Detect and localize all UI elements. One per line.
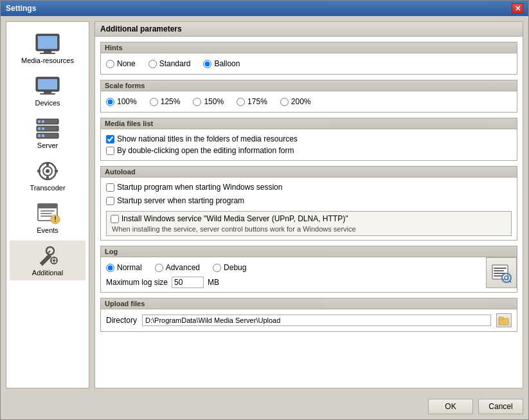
sidebar-item-transcoder[interactable]: Transcoder xyxy=(10,156,85,196)
scale-150-label: 150% xyxy=(204,97,224,106)
checkbox-startup-server[interactable]: Startup server when starting program xyxy=(106,195,512,206)
svg-rect-22 xyxy=(37,170,40,172)
checkbox-double-click-input[interactable] xyxy=(106,147,114,155)
media-files-list-body: Show national titles in the folders of m… xyxy=(101,129,517,160)
log-normal-radio[interactable] xyxy=(106,264,114,272)
main-header: Additional parameters xyxy=(95,22,523,37)
cancel-button[interactable]: Cancel xyxy=(478,399,523,414)
log-size-unit: MB xyxy=(208,278,219,287)
svg-point-19 xyxy=(46,169,49,173)
svg-rect-2 xyxy=(44,51,51,53)
svg-rect-21 xyxy=(46,176,49,179)
ok-button[interactable]: OK xyxy=(428,399,473,414)
main-content: Additional parameters Hints None xyxy=(94,21,523,388)
svg-rect-30 xyxy=(55,216,56,220)
checkbox-startup-program-input[interactable] xyxy=(106,183,114,192)
close-button[interactable]: ✕ xyxy=(512,3,523,14)
checkbox-national-titles-label: Show national titles in the folders of m… xyxy=(117,134,298,143)
events-icon xyxy=(35,202,60,225)
additional-icon xyxy=(35,244,60,268)
checkbox-install-service-input[interactable] xyxy=(111,215,119,223)
service-note: When installing the service, server cont… xyxy=(111,225,507,233)
hint-balloon-radio[interactable] xyxy=(203,60,211,68)
sidebar-item-server[interactable]: Server xyxy=(10,113,85,153)
checkbox-startup-server-input[interactable] xyxy=(106,197,114,205)
log-view-button[interactable] xyxy=(486,257,517,288)
scale-200[interactable]: 200% xyxy=(280,97,311,106)
sidebar-item-media-resources[interactable]: Media-resources xyxy=(10,28,85,68)
scale-150[interactable]: 150% xyxy=(193,97,224,106)
main-body: Hints None Standard xyxy=(95,37,523,388)
scale-100[interactable]: 100% xyxy=(106,97,137,106)
log-advanced[interactable]: Advanced xyxy=(155,263,200,272)
upload-dir-input[interactable] xyxy=(142,315,491,326)
browse-button[interactable] xyxy=(496,313,512,327)
window-body: Media-resources Devices xyxy=(1,16,528,394)
autoload-body: Startup program when starting Windows se… xyxy=(101,178,517,240)
svg-rect-26 xyxy=(40,210,55,212)
log-debug-radio[interactable] xyxy=(213,264,221,272)
svg-rect-3 xyxy=(40,53,55,54)
checkbox-double-click-label: By double-clicking open the editing info… xyxy=(117,146,294,155)
checkbox-startup-server-label: Startup server when starting program xyxy=(117,196,244,205)
log-size-input[interactable] xyxy=(172,277,204,288)
sidebar-item-events[interactable]: Events xyxy=(10,198,85,238)
scale-200-radio[interactable] xyxy=(280,98,289,106)
media-files-list-section: Media files list Show national titles in… xyxy=(100,118,517,161)
svg-rect-36 xyxy=(53,262,55,264)
log-debug-label: Debug xyxy=(224,263,246,272)
window-title: Settings xyxy=(6,4,36,13)
svg-rect-5 xyxy=(38,79,57,89)
scale-125-radio[interactable] xyxy=(150,98,158,106)
log-size-label: Maximum log size xyxy=(106,278,168,287)
svg-rect-41 xyxy=(494,270,504,271)
svg-rect-40 xyxy=(494,268,507,269)
scale-175-radio[interactable] xyxy=(237,98,245,106)
svg-rect-13 xyxy=(42,127,44,130)
service-box: Install Windows service "Wild Media Serv… xyxy=(106,211,512,236)
checkbox-startup-program[interactable]: Startup program when starting Windows se… xyxy=(106,181,512,193)
scale-100-radio[interactable] xyxy=(106,98,114,106)
upload-files-header: Upload files xyxy=(101,298,517,309)
settings-window: Settings ✕ Media-resources xyxy=(0,0,529,420)
log-advanced-radio[interactable] xyxy=(155,264,163,272)
hint-none-radio[interactable] xyxy=(106,60,114,68)
scale-150-radio[interactable] xyxy=(193,98,201,106)
checkbox-national-titles-input[interactable] xyxy=(106,135,114,143)
checkbox-startup-program-label: Startup program when starting Windows se… xyxy=(117,183,282,192)
hint-balloon[interactable]: Balloon xyxy=(203,59,240,68)
sidebar-item-devices[interactable]: Devices xyxy=(10,71,85,111)
svg-rect-35 xyxy=(53,257,55,259)
checkbox-double-click[interactable]: By double-clicking open the editing info… xyxy=(106,145,512,156)
hints-section: Hints None Standard xyxy=(100,42,517,75)
log-radio-row: Normal Advanced Debug xyxy=(106,261,478,274)
checkbox-national-titles[interactable]: Show national titles in the folders of m… xyxy=(106,133,512,145)
svg-rect-37 xyxy=(50,260,52,261)
log-advanced-label: Advanced xyxy=(166,263,200,272)
sidebar: Media-resources Devices xyxy=(6,21,89,388)
hint-balloon-label: Balloon xyxy=(214,59,240,68)
checkbox-install-service-label: Install Windows service "Wild Media Serv… xyxy=(121,214,348,223)
hint-standard[interactable]: Standard xyxy=(148,59,191,68)
scale-125-label: 125% xyxy=(161,97,181,106)
log-header: Log xyxy=(101,246,517,257)
svg-rect-1 xyxy=(38,36,57,49)
hint-none[interactable]: None xyxy=(106,59,136,68)
hint-none-label: None xyxy=(117,59,136,68)
sidebar-label-server: Server xyxy=(37,142,58,149)
svg-rect-39 xyxy=(492,265,508,279)
scale-125[interactable]: 125% xyxy=(150,97,181,106)
log-normal[interactable]: Normal xyxy=(106,263,142,272)
scale-175[interactable]: 175% xyxy=(237,97,267,106)
media-resources-icon xyxy=(35,32,60,55)
hint-standard-radio[interactable] xyxy=(148,60,157,68)
svg-rect-6 xyxy=(44,91,51,93)
hints-header: Hints xyxy=(101,42,517,53)
sidebar-item-additional[interactable]: Additional xyxy=(10,241,85,280)
log-debug[interactable]: Debug xyxy=(213,263,246,272)
svg-rect-38 xyxy=(56,260,58,261)
svg-rect-20 xyxy=(46,163,49,166)
upload-files-section: Upload files Directory xyxy=(100,298,517,332)
svg-rect-43 xyxy=(494,275,503,277)
checkbox-install-service[interactable]: Install Windows service "Wild Media Serv… xyxy=(111,214,507,223)
